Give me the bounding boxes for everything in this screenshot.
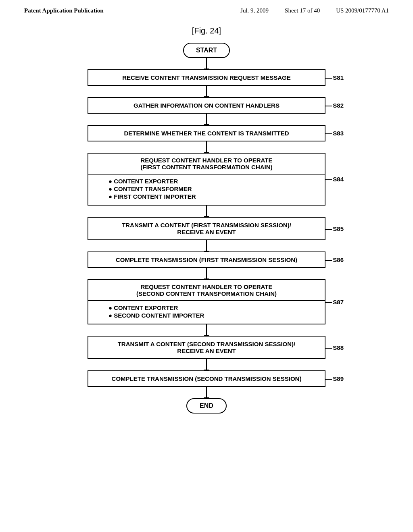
step-s86-row: COMPLETE TRANSMISSION (FIRST TRANSMISSIO… bbox=[73, 251, 340, 268]
header-publication: Patent Application Publication bbox=[24, 7, 104, 14]
arrow-0 bbox=[206, 58, 207, 69]
step-s87-row: REQUEST CONTENT HANDLER TO OPERATE (SECO… bbox=[73, 279, 340, 324]
step-s81-label: S81 bbox=[325, 74, 344, 81]
step-s84-bullet-2: ● CONTENT TRANSFORMER bbox=[108, 185, 318, 192]
step-s83-box: DETERMINE WHETHER THE CONTENT IS TRANSMI… bbox=[88, 125, 325, 141]
step-s82-box: GATHER INFORMATION ON CONTENT HANDLERS bbox=[88, 97, 325, 114]
arrow-1 bbox=[206, 86, 207, 97]
step-s87-header-line2: (SECOND CONTENT TRANSFORMATION CHAIN) bbox=[95, 290, 318, 297]
header-date: Jul. 9, 2009 bbox=[240, 7, 269, 14]
arrow-5 bbox=[206, 240, 207, 251]
flowchart: START RECEIVE CONTENT TRANSMISSION REQUE… bbox=[53, 43, 360, 414]
step-s84-body: ● CONTENT EXPORTER ● CONTENT TRANSFORMER… bbox=[88, 175, 325, 205]
step-s81-row: RECEIVE CONTENT TRANSMISSION REQUEST MES… bbox=[73, 69, 340, 86]
step-s84-bullet-1: ● CONTENT EXPORTER bbox=[108, 178, 318, 185]
end-oval: END bbox=[186, 398, 227, 414]
arrow-2 bbox=[206, 114, 207, 125]
step-s88-box: TRANSMIT A CONTENT (SECOND TRANSMISSION … bbox=[88, 336, 325, 359]
step-s87-label: S87 bbox=[325, 299, 344, 305]
step-s89-box: COMPLETE TRANSMISSION (SECOND TRANSMISSI… bbox=[88, 370, 325, 387]
arrow-4 bbox=[206, 206, 207, 217]
step-s82-label: S82 bbox=[325, 102, 344, 109]
step-s88-row: TRANSMIT A CONTENT (SECOND TRANSMISSION … bbox=[73, 336, 340, 359]
arrow-9 bbox=[206, 387, 207, 398]
step-s86-box: COMPLETE TRANSMISSION (FIRST TRANSMISSIO… bbox=[88, 251, 325, 268]
step-s87-bullet-1: ● CONTENT EXPORTER bbox=[108, 304, 318, 311]
arrow-3 bbox=[206, 141, 207, 153]
step-s84-label: S84 bbox=[325, 176, 344, 183]
step-s82-row: GATHER INFORMATION ON CONTENT HANDLERS S… bbox=[73, 97, 340, 114]
step-s84-bullet-3: ● FIRST CONTENT IMPORTER bbox=[108, 193, 318, 200]
step-s84-header-line1: REQUEST CONTENT HANDLER TO OPERATE bbox=[95, 157, 318, 164]
step-s84-box: REQUEST CONTENT HANDLER TO OPERATE (FIRS… bbox=[88, 153, 325, 206]
step-s83-label: S83 bbox=[325, 130, 344, 137]
start-oval: START bbox=[183, 43, 230, 58]
step-s88-label: S88 bbox=[325, 344, 344, 351]
step-s81-box: RECEIVE CONTENT TRANSMISSION REQUEST MES… bbox=[88, 69, 325, 86]
step-s84-row: REQUEST CONTENT HANDLER TO OPERATE (FIRS… bbox=[73, 153, 340, 206]
arrow-6 bbox=[206, 268, 207, 279]
step-s87-header: REQUEST CONTENT HANDLER TO OPERATE (SECO… bbox=[88, 280, 325, 301]
page-content: [Fig. 24] START RECEIVE CONTENT TRANSMIS… bbox=[0, 18, 413, 414]
header-patent-number: US 2009/0177770 A1 bbox=[336, 7, 389, 14]
step-s89-row: COMPLETE TRANSMISSION (SECOND TRANSMISSI… bbox=[73, 370, 340, 387]
step-s85-label: S85 bbox=[325, 225, 344, 232]
step-s87-bullet-2: ● SECOND CONTENT IMPORTER bbox=[108, 312, 318, 319]
arrow-8 bbox=[206, 359, 207, 370]
figure-title: [Fig. 24] bbox=[192, 26, 221, 35]
step-s87-header-line1: REQUEST CONTENT HANDLER TO OPERATE bbox=[95, 283, 318, 290]
step-s87-box: REQUEST CONTENT HANDLER TO OPERATE (SECO… bbox=[88, 279, 325, 324]
arrow-7 bbox=[206, 324, 207, 336]
step-s87-body: ● CONTENT EXPORTER ● SECOND CONTENT IMPO… bbox=[88, 301, 325, 324]
step-s89-label: S89 bbox=[325, 375, 344, 382]
step-s84-header-line2: (FIRST CONTENT TRANSFORMATION CHAIN) bbox=[95, 164, 318, 170]
step-s85-row: TRANSMIT A CONTENT (FIRST TRANSMISSION S… bbox=[73, 217, 340, 240]
step-s84-header: REQUEST CONTENT HANDLER TO OPERATE (FIRS… bbox=[88, 154, 325, 175]
step-s85-box: TRANSMIT A CONTENT (FIRST TRANSMISSION S… bbox=[88, 217, 325, 240]
step-s86-label: S86 bbox=[325, 256, 344, 263]
header-meta: Jul. 9, 2009 Sheet 17 of 40 US 2009/0177… bbox=[240, 7, 389, 14]
page-header: Patent Application Publication Jul. 9, 2… bbox=[0, 0, 413, 18]
step-s83-row: DETERMINE WHETHER THE CONTENT IS TRANSMI… bbox=[73, 125, 340, 141]
header-sheet: Sheet 17 of 40 bbox=[285, 7, 320, 14]
